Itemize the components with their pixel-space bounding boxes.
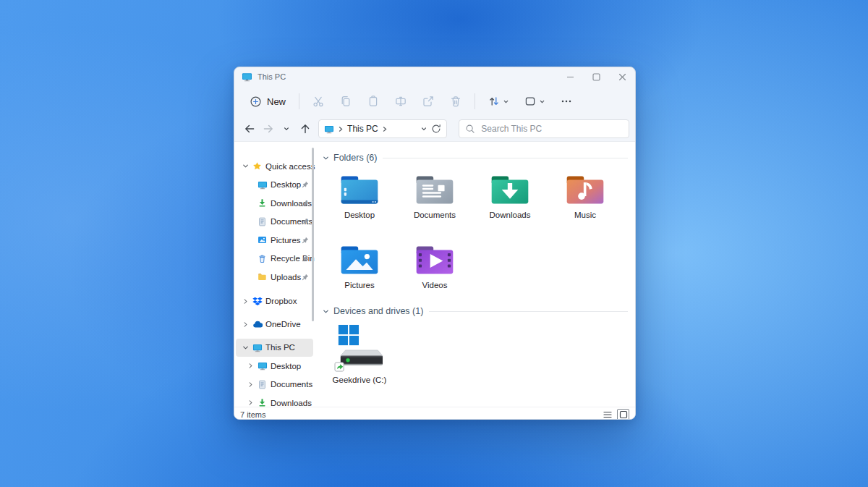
file-tile-documents[interactable]: Documents: [397, 173, 472, 219]
search-icon: [465, 124, 475, 134]
cut-button[interactable]: [305, 90, 332, 113]
sidebar-item-pictures[interactable]: Pictures: [236, 231, 313, 250]
paste-button[interactable]: [359, 90, 387, 113]
paste-icon: [367, 95, 380, 108]
up-button[interactable]: [296, 119, 315, 139]
chevron-down-icon: [283, 125, 290, 132]
section-divider: [383, 158, 628, 158]
desktop-monitor-icon: [258, 180, 268, 190]
desktop-folder-icon: [339, 173, 380, 207]
section-header-devices[interactable]: Devices and drives (1): [322, 306, 628, 316]
copy-button[interactable]: [332, 90, 359, 113]
folder-icon: [258, 272, 267, 281]
pictures-folder-icon: [339, 243, 380, 277]
onedrive-icon: [252, 320, 263, 329]
chevron-down-icon: [503, 98, 509, 105]
sidebar-item-uploads[interactable]: Uploads: [236, 268, 313, 287]
sidebar-item-downloads[interactable]: Downloads: [236, 194, 313, 213]
file-tile-desktop[interactable]: Desktop: [322, 173, 397, 219]
music-folder-icon: [564, 173, 606, 207]
details-view-button[interactable]: [603, 410, 613, 420]
download-arrow-icon: [258, 398, 267, 407]
back-button[interactable]: [240, 119, 259, 139]
chevron-right-icon: [242, 321, 250, 329]
sidebar-item-documents[interactable]: Documents: [236, 213, 313, 232]
recent-locations-button[interactable]: [278, 119, 297, 139]
plus-circle-icon: [250, 96, 262, 108]
pin-icon: [302, 218, 309, 225]
delete-icon: [449, 95, 462, 108]
pin-icon: [302, 200, 309, 207]
section-divider: [429, 311, 628, 312]
close-button[interactable]: [609, 67, 635, 86]
rename-button[interactable]: [387, 90, 414, 113]
toolbar-separator: [299, 93, 299, 109]
refresh-button[interactable]: [431, 124, 441, 134]
breadcrumb-this-pc[interactable]: This PC: [347, 124, 378, 134]
sidebar-item-desktop[interactable]: Desktop: [236, 176, 313, 195]
sort-icon: [488, 95, 501, 108]
more-options-button[interactable]: [553, 90, 580, 113]
devices-row: Geekdrive (C:): [322, 324, 397, 384]
title-bar[interactable]: This PC: [234, 67, 635, 86]
breadcrumb-chevron-icon: [338, 126, 344, 132]
pin-icon: [302, 255, 309, 262]
up-icon: [299, 122, 312, 135]
large-thumbnails-view-button[interactable]: [617, 409, 629, 420]
chevron-right-icon: [242, 297, 250, 305]
sort-button[interactable]: [480, 90, 516, 113]
videos-folder-icon: [414, 243, 456, 277]
maximize-button[interactable]: [583, 67, 609, 86]
recycle-bin-icon: [258, 254, 267, 263]
chevron-down-icon: [539, 98, 545, 105]
share-button[interactable]: [414, 90, 442, 113]
new-button-label: New: [267, 96, 286, 107]
sidebar-scrollbar[interactable]: [312, 148, 314, 321]
desktop-monitor-icon: [258, 361, 268, 370]
sidebar-item-dropbox[interactable]: Dropbox: [236, 292, 313, 311]
drive-tile-geekdrive-c[interactable]: Geekdrive (C:): [322, 324, 397, 384]
toolbar-separator: [475, 93, 475, 109]
monitor-icon: [252, 343, 263, 352]
pin-icon: [302, 237, 309, 244]
sidebar-item-quick-access[interactable]: Quick access: [236, 157, 313, 176]
file-tile-music[interactable]: Music: [548, 173, 623, 219]
section-header-folders[interactable]: Folders (6): [322, 153, 628, 163]
documents-folder-icon: [414, 173, 456, 207]
forward-button[interactable]: [259, 119, 278, 139]
address-bar[interactable]: This PC: [318, 119, 447, 138]
sidebar-item-this-pc-desktop[interactable]: Desktop: [236, 357, 313, 376]
address-dropdown-button[interactable]: [420, 125, 427, 132]
monitor-icon: [242, 72, 252, 82]
copy-icon: [339, 95, 352, 108]
sidebar-item-recycle-bin[interactable]: Recycle Bin: [236, 250, 313, 268]
file-explorer-window: This PC New: [234, 67, 636, 420]
chevron-right-icon: [247, 399, 255, 407]
search-input[interactable]: [480, 123, 623, 135]
dropbox-icon: [252, 297, 263, 306]
chevron-right-icon: [247, 381, 255, 389]
content-pane: Folders (6) Desktop: [315, 142, 635, 407]
more-icon: [560, 95, 573, 108]
delete-button[interactable]: [442, 90, 469, 113]
hard-drive-icon: [331, 324, 388, 372]
document-icon: [258, 380, 267, 389]
sidebar-item-this-pc[interactable]: This PC: [236, 339, 313, 357]
forward-icon: [262, 122, 275, 135]
new-button[interactable]: New: [242, 91, 294, 112]
folders-row-2: Pictures Videos: [322, 243, 472, 289]
minimize-button[interactable]: [557, 67, 583, 86]
sidebar-item-this-pc-documents[interactable]: Documents: [236, 376, 313, 394]
sidebar-item-this-pc-downloads[interactable]: Downloads: [236, 394, 313, 412]
file-tile-videos[interactable]: Videos: [397, 243, 472, 289]
sidebar-item-onedrive[interactable]: OneDrive: [236, 316, 313, 334]
monitor-icon: [324, 124, 334, 134]
folders-row-1: Desktop Documents: [322, 173, 623, 219]
chevron-down-icon: [242, 344, 250, 352]
file-tile-downloads[interactable]: Downloads: [472, 173, 548, 219]
view-button[interactable]: [516, 90, 553, 113]
star-icon: [252, 161, 262, 171]
search-box: [459, 119, 629, 138]
explorer-body: Quick access Desktop Downloads Documents: [234, 141, 635, 407]
file-tile-pictures[interactable]: Pictures: [322, 243, 397, 289]
